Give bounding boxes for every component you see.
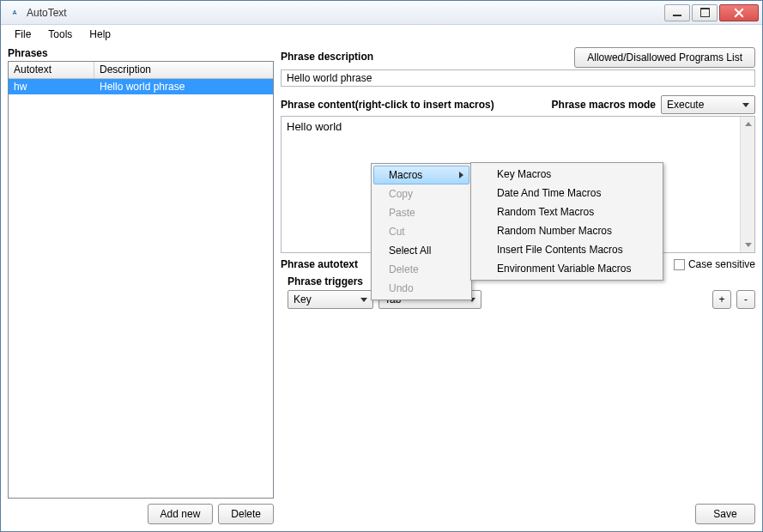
scroll-down-icon[interactable] <box>741 238 755 252</box>
menu-undo[interactable]: Undo <box>373 279 469 298</box>
add-trigger-button[interactable]: + <box>712 290 731 309</box>
right-top-row: Phrase description Allowed/Disallowed Pr… <box>281 47 755 68</box>
close-button[interactable] <box>719 4 759 21</box>
table-row[interactable]: hw Hello world phrase <box>9 79 273 94</box>
macros-mode-label: Phrase macros mode <box>552 99 656 111</box>
submenu-arrow-icon <box>459 172 463 178</box>
menu-cut[interactable]: Cut <box>373 222 469 241</box>
phrases-table: Autotext Description hw Hello world phra… <box>8 61 274 499</box>
submenu-key-macros[interactable]: Key Macros <box>473 165 661 184</box>
menu-delete[interactable]: Delete <box>373 260 469 279</box>
macros-submenu: Key Macros Date And Time Macros Random T… <box>470 162 663 281</box>
case-row: Case sensitive <box>674 258 755 270</box>
cell-autotext: hw <box>9 80 94 94</box>
maximize-button[interactable] <box>692 4 718 21</box>
macros-mode-select[interactable]: Execute <box>661 95 755 114</box>
cell-description: Hello world phrase <box>94 80 273 94</box>
left-panel: Phrases Autotext Description hw Hello wo… <box>8 47 274 524</box>
trigger-type-select[interactable]: Key <box>288 290 373 309</box>
context-menu: Macros Copy Paste Cut Select All Delete … <box>371 163 472 300</box>
menu-tools[interactable]: Tools <box>39 27 81 42</box>
description-input[interactable] <box>281 70 755 87</box>
menu-help[interactable]: Help <box>81 27 119 42</box>
left-buttons: Add new Delete <box>8 504 274 524</box>
phrase-content-text: Hello world <box>282 117 754 136</box>
right-panel: Phrase description Allowed/Disallowed Pr… <box>281 47 755 524</box>
add-new-button[interactable]: Add new <box>148 504 214 524</box>
col-autotext[interactable]: Autotext <box>9 62 94 78</box>
save-button[interactable]: Save <box>695 504 755 524</box>
scroll-up-icon[interactable] <box>741 117 755 131</box>
remove-trigger-button[interactable]: - <box>736 290 755 309</box>
titlebar-buttons <box>663 3 762 23</box>
allowed-programs-button[interactable]: Allowed/Disallowed Programs List <box>574 47 755 68</box>
content-label: Phrase content(right-click to insert mac… <box>281 99 494 111</box>
titlebar: A AutoText <box>1 1 762 25</box>
menu-macros[interactable]: Macros <box>373 166 469 184</box>
submenu-datetime-macros[interactable]: Date And Time Macros <box>473 184 661 203</box>
scrollbar[interactable] <box>740 117 754 252</box>
submenu-random-number-macros[interactable]: Random Number Macros <box>473 221 661 240</box>
delete-button[interactable]: Delete <box>218 504 274 524</box>
case-sensitive-checkbox[interactable] <box>674 259 685 270</box>
case-sensitive-label: Case sensitive <box>688 258 755 270</box>
window-title: AutoText <box>27 7 67 19</box>
phrases-label: Phrases <box>8 47 274 59</box>
submenu-random-text-macros[interactable]: Random Text Macros <box>473 203 661 221</box>
menu-copy[interactable]: Copy <box>373 184 469 203</box>
menu-file[interactable]: File <box>6 27 39 42</box>
autotext-label: Phrase autotext <box>281 258 358 270</box>
desc-label: Phrase description <box>281 51 373 63</box>
submenu-env-macros[interactable]: Environment Variable Macros <box>473 259 661 278</box>
submenu-insert-file-macros[interactable]: Insert File Contents Macros <box>473 240 661 259</box>
macros-mode: Phrase macros mode Execute <box>552 95 755 114</box>
app-icon: A <box>8 6 21 20</box>
table-header: Autotext Description <box>9 62 273 79</box>
table-body: hw Hello world phrase <box>9 79 273 498</box>
menu-paste[interactable]: Paste <box>373 203 469 222</box>
triggers-row: Key Tab + - <box>281 290 755 309</box>
menubar: File Tools Help <box>1 25 762 44</box>
minimize-button[interactable] <box>664 4 690 21</box>
menu-select-all[interactable]: Select All <box>373 241 469 260</box>
col-description[interactable]: Description <box>94 62 273 78</box>
